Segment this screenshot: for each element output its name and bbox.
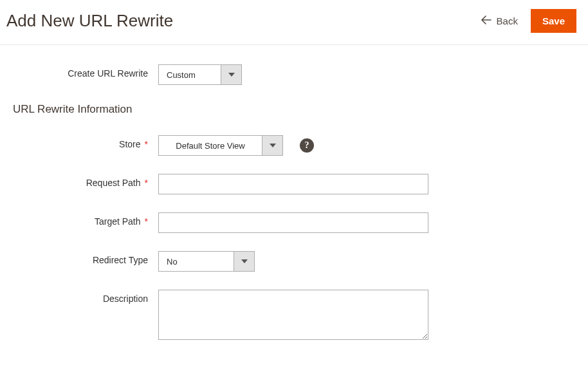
page-title: Add New URL Rewrite xyxy=(6,11,173,31)
target-path-label: Target Path xyxy=(95,216,141,227)
target-path-input[interactable] xyxy=(158,212,428,233)
create-url-rewrite-select[interactable]: Custom xyxy=(158,64,242,85)
required-indicator: * xyxy=(145,139,148,149)
redirect-type-value: No xyxy=(159,252,234,271)
request-path-input[interactable] xyxy=(158,174,428,194)
redirect-type-select[interactable]: No xyxy=(158,251,255,272)
target-path-row: Target Path * xyxy=(6,212,582,233)
section-title: URL Rewrite Information xyxy=(13,103,582,116)
arrow-left-icon xyxy=(481,15,492,26)
create-url-rewrite-row: Create URL Rewrite Custom xyxy=(6,64,582,85)
back-button[interactable]: Back xyxy=(477,10,522,32)
back-button-label: Back xyxy=(497,15,518,26)
store-select[interactable]: Default Store View xyxy=(158,135,283,156)
store-label: Store xyxy=(119,139,140,149)
request-path-row: Request Path * xyxy=(6,174,582,194)
redirect-type-label: Redirect Type xyxy=(93,255,148,265)
chevron-down-icon xyxy=(221,65,241,84)
help-icon[interactable]: ? xyxy=(300,138,314,153)
description-label: Description xyxy=(103,294,148,304)
create-url-rewrite-label: Create URL Rewrite xyxy=(6,64,158,79)
store-row: Store * Default Store View ? xyxy=(6,135,582,156)
save-button[interactable]: Save xyxy=(531,9,576,33)
description-row: Description xyxy=(6,290,582,340)
chevron-down-icon xyxy=(234,252,254,271)
store-value: Default Store View xyxy=(159,136,262,155)
description-textarea[interactable] xyxy=(158,290,428,340)
chevron-down-icon xyxy=(262,136,282,155)
redirect-type-row: Redirect Type No xyxy=(6,251,582,272)
request-path-label: Request Path xyxy=(86,178,141,188)
header-actions: Back Save xyxy=(477,9,576,33)
create-url-rewrite-value: Custom xyxy=(159,65,221,84)
required-indicator: * xyxy=(145,178,148,188)
page-header: Add New URL Rewrite Back Save xyxy=(0,0,588,45)
form-content: Create URL Rewrite Custom URL Rewrite In… xyxy=(0,45,588,374)
required-indicator: * xyxy=(145,216,148,227)
